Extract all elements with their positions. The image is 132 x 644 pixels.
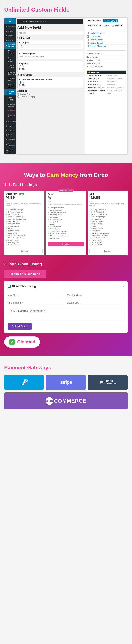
feature-item: Video xyxy=(6,227,43,230)
feature-item: All Categories xyxy=(89,241,126,244)
sidebar-item-all-listings[interactable]: All listings xyxy=(5,49,16,55)
radio-listing-form[interactable]: Listing Form xyxy=(17,93,83,95)
claim-checkbox[interactable] xyxy=(8,285,11,288)
sidebar-item-dashboard[interactable]: Dashboard xyxy=(5,24,16,29)
add-new-field-title: Add New Field xyxy=(17,26,83,30)
all-dates-select[interactable]: All dates xyxy=(111,24,123,27)
paypal-logo: 𝑷 xyxy=(4,375,44,390)
sidebar-item-comments[interactable]: Comments xyxy=(5,119,16,124)
claim-modal-title: Claim This Listing xyxy=(8,284,36,288)
row-title-0[interactable]: Leadership Roles xyxy=(90,32,126,34)
field-type-label: Field Type xyxy=(19,42,81,44)
apply-button[interactable]: Apply xyxy=(103,24,110,27)
display-options-label: Display Options xyxy=(17,74,83,76)
wp-topbar: Directionit - Demo Two ☆ New xyxy=(17,19,83,24)
row-checkbox-3[interactable] xyxy=(87,42,89,44)
plan-desc-super: A few habitation dolore dolorem leo habi… xyxy=(6,203,43,207)
features-header: ⭐ Features xyxy=(87,71,125,74)
radio-no[interactable]: No xyxy=(19,68,81,70)
paid-listings-title: 1. 1. Paid Listings xyxy=(4,183,128,187)
sidebar-item-schemas[interactable]: Schemas xyxy=(5,108,16,113)
plan-btn-gold[interactable]: Continue xyxy=(89,249,126,253)
feature-item: 50 Tags Limit xyxy=(48,216,84,218)
add-title-input[interactable]: Add title xyxy=(17,31,83,35)
pricing-grid: Super Plan Free $4.99 /mo A few habitati… xyxy=(4,190,128,256)
submit-query-button[interactable]: Submit Query xyxy=(8,323,32,330)
sidebar-item-tags[interactable]: Directory Tags xyxy=(5,76,16,83)
feature-item: Contact Owner xyxy=(89,227,126,230)
row-checkbox-0[interactable] xyxy=(87,32,89,34)
sidebar-item-settings[interactable]: Settings xyxy=(5,137,16,142)
sidebar-item-custom-field[interactable]: Custom Field xyxy=(5,89,16,96)
sidebar-item-pages[interactable]: Pages xyxy=(5,38,16,42)
sidebar-item-add-listing[interactable]: Add New listing xyxy=(5,55,16,64)
sidebar-item-collapse[interactable]: Collapse menu xyxy=(5,148,16,154)
feature-item: Allow Customer Reviews xyxy=(89,237,126,239)
row-title-1[interactable]: Certifications xyxy=(90,36,126,38)
panel-add-new-btn[interactable]: Add New Field xyxy=(103,20,118,22)
feature-row-3: Medical School Fusce vel dui xyxy=(87,83,125,86)
sidebar-item-dir-themes[interactable]: Directory Themes xyxy=(5,113,16,119)
plan-features-basic: Listing as featured 1000 Price Limit Ave… xyxy=(48,206,84,240)
cf-row-3: Medical School xyxy=(87,42,126,45)
feature-item: Contact Owner xyxy=(48,225,84,228)
radio-include-no[interactable]: No xyxy=(19,84,81,86)
sidebar-item-plugins[interactable]: Plugins xyxy=(5,128,16,133)
sidebar-item-media[interactable]: Media xyxy=(5,33,16,38)
bulk-actions-select[interactable]: Bulk Actions xyxy=(87,24,102,27)
claim-business-button[interactable]: Claim This Business xyxy=(4,270,46,278)
claim-close-button[interactable]: × xyxy=(122,284,124,288)
claim-phone-input[interactable] xyxy=(8,300,65,306)
wp-main-area: Directionit - Demo Two ☆ New Add New Fie… xyxy=(16,18,127,154)
feature-item: 25 Tag Limit xyxy=(89,218,126,220)
claim-modal-header: Claim This Listing × xyxy=(8,284,124,290)
radio-specific-circle xyxy=(17,96,20,98)
plan-name-gold: Gold xyxy=(89,193,126,195)
radio-specific-category[interactable]: Specific Category xyxy=(17,96,83,98)
field-description-section: Field Description Tooltip instructions f… xyxy=(17,51,83,59)
radio-listing-circle xyxy=(17,93,20,95)
sidebar-item-appearance[interactable]: Appearance xyxy=(5,124,16,128)
sidebar-dot xyxy=(6,134,8,136)
claim-email-input[interactable] xyxy=(67,293,124,298)
sidebar-item-tools[interactable]: Tools xyxy=(5,133,16,137)
feature-item: Listing as featured xyxy=(48,206,84,209)
sidebar-item-locations[interactable]: Directory Locations xyxy=(5,64,16,70)
claim-url-input[interactable] xyxy=(67,300,124,306)
feature-item: 50 Listing Image xyxy=(48,214,84,216)
row-checkbox-4[interactable] xyxy=(87,45,89,47)
field-desc-placeholder[interactable]: Tooltip instructions for author xyxy=(19,56,81,58)
plan-period-gold: /mo xyxy=(89,200,126,202)
row-title-3[interactable]: Medical School xyxy=(90,42,126,44)
row-checkbox-2[interactable] xyxy=(87,39,89,41)
plan-btn-basic[interactable]: Continue xyxy=(48,242,84,246)
bulk-actions-bar: Bulk Actions Apply All dates xyxy=(87,24,126,27)
sidebar-item-directory-listings[interactable]: Directory Listings xyxy=(5,42,16,49)
claim-name-input[interactable] xyxy=(8,293,65,298)
row-checkbox-1[interactable] xyxy=(87,36,89,38)
radio-include-yes[interactable]: Yes xyxy=(19,82,81,84)
sidebar-item-categories[interactable]: Directory Categories xyxy=(5,70,16,76)
wp-logo: W xyxy=(5,18,16,24)
sidebar-item-claim[interactable]: Claim Listing xyxy=(5,83,16,89)
row-title-4[interactable]: Hospital Affiliations xyxy=(90,45,126,47)
sidebar-item-posts[interactable]: Posts xyxy=(5,29,16,33)
sidebar-item-order-history[interactable]: Order History xyxy=(5,96,16,102)
plan-features-gold: 50 Regular Listings 5000 Price Limit Ave… xyxy=(89,208,126,246)
field-type-section: Field Type Text xyxy=(17,40,83,49)
feature-item: 5000 Price Limit xyxy=(89,211,126,213)
row-title-2[interactable]: Medical School xyxy=(90,39,126,41)
section-payment: Payment Gateways 𝑷 stripe ⇌ BANKTRANSFER… xyxy=(0,356,132,418)
feature-item: Show Social Network xyxy=(48,232,84,235)
field-desc-label: Field Description xyxy=(19,52,81,55)
claim-textarea[interactable] xyxy=(8,308,124,320)
plan-btn-super[interactable]: Continue xyxy=(6,249,43,253)
payment-title: Payment Gateways xyxy=(4,364,128,370)
radio-yes[interactable]: Yes xyxy=(19,65,81,68)
feature-row-6: Gender Male xyxy=(87,92,125,95)
sidebar-item-dir-settings[interactable]: Directory Settings xyxy=(5,102,16,108)
sidebar-item-loco[interactable]: Loco Translate xyxy=(5,142,16,148)
feature-item: Image Gallery xyxy=(48,221,84,223)
section-custom-fields: Unlimited Custom Fields W Dashboard Post… xyxy=(0,0,132,163)
feature-item: Business Name xyxy=(89,220,126,222)
